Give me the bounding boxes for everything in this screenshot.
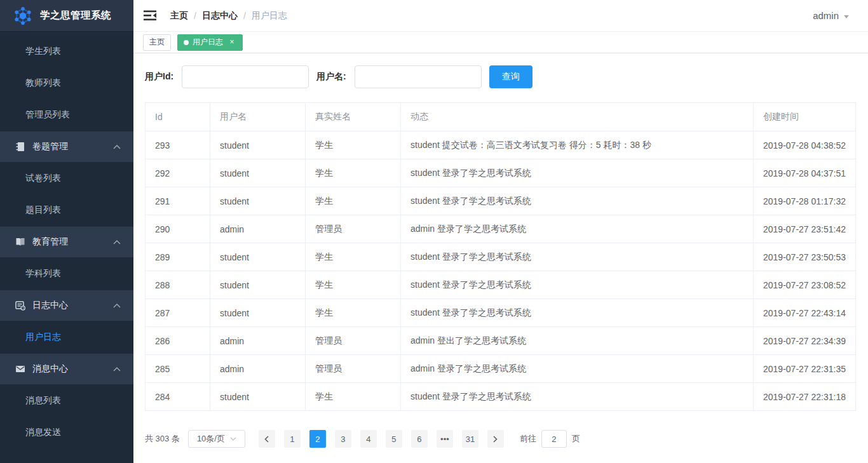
tab-user-log[interactable]: 用户日志 ×	[177, 34, 243, 51]
table-cell: admin	[210, 355, 306, 383]
table-row: 287student学生student 登录了学之思考试系统2019-07-27…	[146, 299, 856, 327]
sidebar-item-label: 管理员列表	[25, 109, 70, 121]
sidebar-item-教师列表[interactable]: 教师列表	[0, 67, 133, 99]
search-button[interactable]: 查询	[489, 65, 532, 88]
app-title: 学之思管理系统	[40, 9, 111, 22]
table-cell: admin	[210, 327, 306, 355]
app-logo-icon	[13, 6, 33, 26]
sidebar-item-教育管理[interactable]: 教育管理	[0, 226, 133, 258]
username: admin	[813, 10, 839, 21]
page-button-6[interactable]: 6	[411, 430, 428, 448]
user-dropdown[interactable]: admin	[813, 10, 849, 21]
breadcrumb: 主页/日志中心/用户日志	[170, 10, 287, 22]
table-cell: 学生	[306, 159, 401, 187]
page-number-list: 123456•••31	[280, 430, 483, 448]
sidebar-item-label: 消息中心	[32, 363, 68, 375]
breadcrumb-item[interactable]: 主页	[170, 10, 188, 22]
page-size-select[interactable]: 10条/页	[188, 430, 245, 448]
user-id-input[interactable]	[182, 65, 309, 88]
table-cell: admin 登出了学之思考试系统	[401, 327, 754, 355]
sidebar-item-试卷列表[interactable]: 试卷列表	[0, 163, 133, 194]
chevron-up-icon	[113, 145, 121, 149]
table-cell: 285	[146, 355, 210, 383]
table-cell: 286	[146, 327, 210, 355]
caret-down-icon	[844, 15, 849, 18]
tab-home[interactable]: 主页	[143, 34, 171, 51]
table-cell: 2019-07-28 01:17:32	[754, 187, 856, 215]
page-ellipsis-button[interactable]: •••	[437, 430, 453, 448]
sidebar-item-消息列表[interactable]: 消息列表	[0, 385, 133, 417]
sidebar-menu: 学生列表教师列表管理员列表卷题管理试卷列表题目列表教育管理学科列表日志中心用户日…	[0, 32, 133, 448]
table-cell: 2019-07-27 23:51:42	[754, 215, 856, 243]
sidebar-item-学生列表[interactable]: 学生列表	[0, 36, 133, 67]
table-cell: 2019-07-27 22:31:35	[754, 355, 856, 383]
table-cell: 287	[146, 299, 210, 327]
goto-page-input[interactable]	[541, 430, 567, 448]
sidebar-item-卷题管理[interactable]: 卷题管理	[0, 131, 133, 163]
table-cell: 289	[146, 243, 210, 271]
goto-page: 前往 页	[520, 430, 580, 448]
page-button-31[interactable]: 31	[462, 430, 478, 448]
total-count: 共 303 条	[145, 433, 180, 445]
table-cell: 学生	[306, 131, 401, 159]
table-cell: 2019-07-27 23:08:52	[754, 271, 856, 299]
page-button-3[interactable]: 3	[335, 430, 351, 448]
chevron-up-icon	[113, 240, 121, 245]
sidebar-item-消息发送[interactable]: 消息发送	[0, 417, 133, 448]
chevron-down-icon	[230, 437, 236, 441]
sidebar-item-label: 消息发送	[25, 427, 61, 438]
user-name-input[interactable]	[355, 65, 482, 88]
table-row: 293student学生student 提交试卷：高三语文考试复习卷 得分：5 …	[146, 131, 856, 159]
breadcrumb-item[interactable]: 日志中心	[202, 10, 238, 22]
table-cell: student	[210, 187, 306, 215]
breadcrumb-item: 用户日志	[252, 10, 287, 22]
table-cell: 2019-07-27 23:50:53	[754, 243, 856, 271]
user-name-label: 用户名:	[316, 71, 346, 83]
table-cell: student 登录了学之思考试系统	[401, 187, 754, 215]
table-cell: student 登录了学之思考试系统	[401, 243, 754, 271]
sidebar-fold-icon[interactable]	[144, 10, 156, 21]
page-button-4[interactable]: 4	[360, 430, 377, 448]
pagination: 共 303 条 10条/页 123456•••31	[145, 430, 855, 448]
table-cell: 学生	[306, 243, 401, 271]
table-cell: student 登录了学之思考试系统	[401, 383, 754, 411]
table-cell: 2019-07-28 04:37:51	[754, 159, 856, 187]
column-header: 用户名	[210, 103, 306, 131]
table-cell: student	[210, 131, 306, 159]
table-cell: student	[210, 159, 306, 187]
sidebar: 学之思管理系统 学生列表教师列表管理员列表卷题管理试卷列表题目列表教育管理学科列…	[0, 0, 133, 463]
page-size-value: 10条/页	[197, 433, 225, 445]
tab-label: 主页	[149, 37, 165, 48]
table-cell: student	[210, 271, 306, 299]
column-header: Id	[146, 103, 210, 131]
sidebar-item-日志中心[interactable]: 日志中心	[0, 290, 133, 321]
page-button-1[interactable]: 1	[284, 430, 301, 448]
table-row: 290admin管理员admin 登录了学之思考试系统2019-07-27 23…	[146, 215, 856, 243]
active-dot-icon	[184, 40, 189, 45]
page-button-5[interactable]: 5	[386, 430, 402, 448]
chevron-left-icon	[264, 436, 269, 443]
page-button-2[interactable]: 2	[309, 430, 326, 448]
sidebar-item-学科列表[interactable]: 学科列表	[0, 258, 133, 290]
sidebar-item-label: 学生列表	[25, 46, 61, 57]
prev-page-button[interactable]	[259, 430, 275, 448]
table-row: 289student学生student 登录了学之思考试系统2019-07-27…	[146, 243, 856, 271]
table-cell: student 登录了学之思考试系统	[401, 271, 754, 299]
close-icon[interactable]: ×	[227, 38, 236, 47]
table-cell: 292	[146, 159, 210, 187]
table-cell: 291	[146, 187, 210, 215]
next-page-button[interactable]	[487, 430, 504, 448]
table-row: 291student学生student 登录了学之思考试系统2019-07-28…	[146, 187, 856, 215]
sidebar-item-消息中心[interactable]: 消息中心	[0, 353, 133, 385]
sidebar-item-用户日志[interactable]: 用户日志	[0, 321, 133, 353]
sidebar-item-label: 题目列表	[25, 205, 61, 216]
table-cell: student	[210, 383, 306, 411]
book-icon	[15, 237, 26, 247]
sidebar-item-题目列表[interactable]: 题目列表	[0, 194, 133, 226]
sidebar-item-管理员列表[interactable]: 管理员列表	[0, 99, 133, 131]
table-row: 286admin管理员admin 登出了学之思考试系统2019-07-27 22…	[146, 327, 856, 355]
table-cell: student 提交试卷：高三语文考试复习卷 得分：5 耗时：38 秒	[401, 131, 754, 159]
user-id-label: 用户Id:	[145, 71, 173, 83]
table-header-row: Id用户名真实姓名动态创建时间	[146, 103, 856, 131]
sidebar-item-label: 消息列表	[25, 395, 61, 406]
